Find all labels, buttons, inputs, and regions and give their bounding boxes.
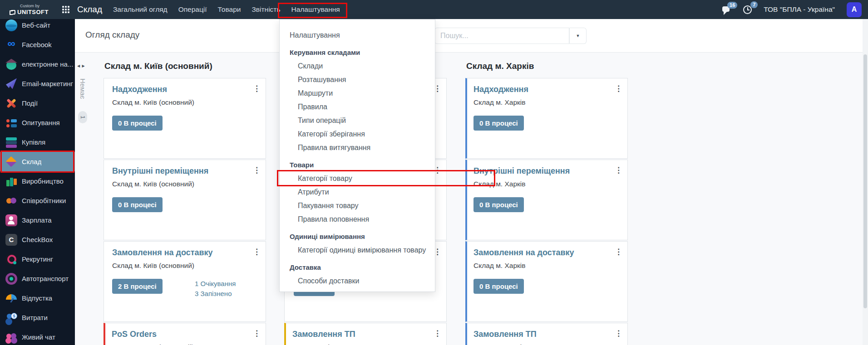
fold-arrows-icon[interactable] xyxy=(77,64,85,68)
activities-button[interactable]: 7 xyxy=(743,5,752,14)
messages-button[interactable]: 16 xyxy=(722,6,731,13)
sidebar-item-recruitment[interactable]: Рекрутинг xyxy=(0,249,75,269)
sidebar-item-label: Рекрутинг xyxy=(22,255,53,263)
sidebar-item-time-off[interactable]: Відпустка xyxy=(0,288,75,308)
settings-menu-item[interactable]: Атрибути xyxy=(280,185,435,199)
card-title-link[interactable]: Замовлення на доставку xyxy=(473,248,574,258)
menu-item[interactable]: Загальний огляд xyxy=(112,4,168,15)
menu-item[interactable]: Налаштування xyxy=(291,4,341,15)
kebab-menu-icon[interactable] xyxy=(615,84,622,93)
employees-icon xyxy=(5,195,17,207)
sidebar-item-inventory[interactable]: Склад xyxy=(0,152,75,171)
kebab-menu-icon[interactable] xyxy=(615,165,622,175)
logo-unitsoft: UNITSOFT xyxy=(11,9,49,15)
sidebar-item-expenses[interactable]: Витрати xyxy=(0,308,75,327)
page-title: Огляд складу xyxy=(85,30,139,40)
menu-item[interactable]: Товари xyxy=(217,4,242,15)
settings-menu-item[interactable]: Правила xyxy=(280,100,435,114)
sidebar-item-facebook[interactable]: Facebook xyxy=(0,35,75,54)
card-subtitle: Склад м. Харків xyxy=(473,262,525,270)
scrollbar-thumb[interactable] xyxy=(863,54,867,308)
sidebar-item-employees[interactable]: Співробітники xyxy=(0,191,75,210)
sidebar-item-payroll[interactable]: Зарплата xyxy=(0,210,75,230)
kebab-menu-icon[interactable] xyxy=(434,329,441,338)
collapsed-column-label[interactable]: Немає xyxy=(79,78,87,99)
kanban-card: НадходженняСклад м. Київ (основний)0 В п… xyxy=(104,78,266,159)
card-title-link[interactable]: Замовлення на доставку xyxy=(112,248,213,258)
sidebar-item-website[interactable]: Веб-сайт xyxy=(0,19,75,35)
card-title-link[interactable]: Надходження xyxy=(112,85,167,94)
card-link[interactable]: 1 Очікування xyxy=(195,280,236,287)
settings-menu-item[interactable]: Пакування товару xyxy=(280,199,435,213)
card-title-link[interactable]: Внутрішні переміщення xyxy=(112,166,208,176)
sidebar-item-label: Витрати xyxy=(22,314,48,321)
card-links: 1 Очікування3 Запізнено xyxy=(195,280,236,297)
settings-menu-item[interactable]: Типи операцій xyxy=(280,114,435,127)
card-subtitle: Склад м. Київ (основний) xyxy=(112,343,194,345)
kanban-card: Внутрішні переміщенняСклад м. Харків0 В … xyxy=(465,160,628,240)
topbar: Custom by UNITSOFT Склад Загальний огляд… xyxy=(0,0,868,19)
settings-menu-section: Доставка xyxy=(280,261,435,274)
settings-menu-item[interactable]: Склади xyxy=(280,59,435,73)
card-title-link[interactable]: Надходження xyxy=(473,85,528,94)
kebab-menu-icon[interactable] xyxy=(253,329,260,338)
settings-menu-item[interactable]: Розташування xyxy=(280,73,435,87)
in-progress-button[interactable]: 0 В процесі xyxy=(473,279,524,294)
current-app-name[interactable]: Склад xyxy=(77,5,102,15)
card-subtitle: Склад м. Харків xyxy=(473,343,525,345)
settings-menu-item[interactable]: Налаштування xyxy=(280,29,435,42)
sidebar-item-events[interactable]: Події xyxy=(0,93,75,113)
events-icon xyxy=(5,97,17,109)
sidebar-item-label: Купівля xyxy=(22,138,45,146)
in-progress-button[interactable]: 0 В процесі xyxy=(112,116,163,131)
kebab-menu-icon[interactable] xyxy=(615,329,622,338)
menu-item[interactable]: Звітність xyxy=(251,4,281,15)
sidebar: Веб-сайтFacebookелектронне на...Email-ма… xyxy=(0,19,75,345)
sidebar-item-livechat[interactable]: Живий чат xyxy=(0,327,75,345)
settings-menu-item[interactable]: Правила поповнення xyxy=(280,213,435,226)
search-input[interactable] xyxy=(434,28,569,44)
in-progress-button[interactable]: 0 В процесі xyxy=(473,197,524,212)
kebab-menu-icon[interactable] xyxy=(615,247,622,257)
search-options-toggle[interactable] xyxy=(569,28,587,44)
vertical-scrollbar xyxy=(863,19,868,345)
kebab-menu-icon[interactable] xyxy=(253,165,260,175)
sidebar-item-purchase[interactable]: Купівля xyxy=(0,132,75,152)
sidebar-item-checkbox[interactable]: CheckBox xyxy=(0,230,75,249)
settings-menu-item[interactable]: Категорії одиниці вимірювання товару xyxy=(280,243,435,257)
settings-menu-item[interactable]: Категорії зберігання xyxy=(280,127,435,141)
in-progress-button[interactable]: 0 В процесі xyxy=(112,197,163,212)
settings-menu-section: Товари xyxy=(280,158,435,172)
apps-grid-icon[interactable] xyxy=(62,6,70,14)
card-title-link[interactable]: PoS Orders xyxy=(112,330,157,339)
sidebar-item-manufacturing[interactable]: Виробництво xyxy=(0,171,75,191)
menu-item[interactable]: Операції xyxy=(178,4,208,15)
card-link[interactable]: 3 Запізнено xyxy=(195,290,236,297)
card-title-link[interactable]: Замовлення ТП xyxy=(292,330,355,339)
sidebar-item-label: CheckBox xyxy=(22,236,53,243)
sidebar-item-label: Зарплата xyxy=(22,216,52,224)
kebab-menu-icon[interactable] xyxy=(253,247,260,257)
settings-menu-section: Керування складами xyxy=(280,46,435,59)
card-title-link[interactable]: Замовлення ТП xyxy=(473,330,537,339)
sidebar-item-fleet[interactable]: Автотранспорт xyxy=(0,269,75,288)
settings-menu-item[interactable]: Правила витягування xyxy=(280,141,435,155)
in-progress-button[interactable]: 2 В процесі xyxy=(112,279,163,294)
sidebar-item-elearning[interactable]: електронне на... xyxy=(0,54,75,74)
elearning-icon xyxy=(5,58,17,70)
settings-menu-item[interactable]: Категорії товару xyxy=(280,172,435,185)
kebab-menu-icon[interactable] xyxy=(253,84,260,93)
settings-menu-section: Одиниці вимірювання xyxy=(280,230,435,243)
card-title-link[interactable]: Внутрішні переміщення xyxy=(473,166,570,176)
settings-menu-item[interactable]: Маршрути xyxy=(280,87,435,100)
unitsoft-building-icon xyxy=(11,10,15,15)
searchbox xyxy=(434,28,587,44)
sidebar-item-surveys[interactable]: Опитування xyxy=(0,113,75,132)
card-subtitle: Склад м. Біла Церква xyxy=(292,343,363,345)
settings-menu-item[interactable]: Способи доставки xyxy=(280,274,435,288)
user-avatar[interactable]: A xyxy=(847,2,862,17)
kanban-card: Внутрішні переміщенняСклад м. Київ (осно… xyxy=(104,160,266,240)
sidebar-item-email-marketing[interactable]: Email-маркетинг xyxy=(0,74,75,93)
company-menu[interactable]: ТОВ "БПЛА - Україна" xyxy=(764,5,835,14)
in-progress-button[interactable]: 0 В процесі xyxy=(473,116,524,131)
